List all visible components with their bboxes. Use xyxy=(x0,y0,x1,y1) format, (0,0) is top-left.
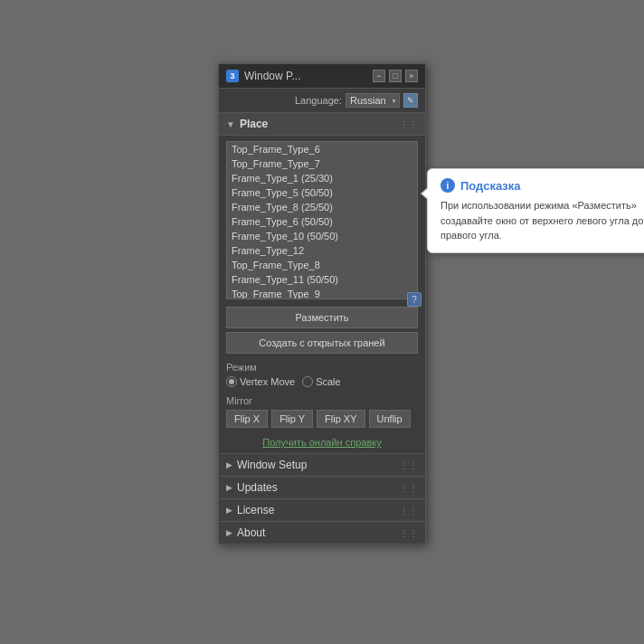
language-label: Language: xyxy=(295,95,342,106)
app-icon: 3 xyxy=(226,70,239,82)
about-arrow: ▶ xyxy=(226,528,232,537)
mirror-buttons: Flip X Flip Y Flip XY Unflip xyxy=(226,410,418,428)
window-controls: − □ × xyxy=(373,70,418,82)
list-item[interactable]: Top_Frame_Type_7 xyxy=(227,156,417,171)
list-item[interactable]: Frame_Type_6 (50/50) xyxy=(227,214,417,229)
list-item[interactable]: Frame_Type_12 xyxy=(227,243,417,258)
license-section[interactable]: ▶ License ⋮⋮ xyxy=(219,498,425,521)
list-item[interactable]: Frame_Type_1 (25/30) xyxy=(227,171,417,185)
license-dots: ⋮⋮ xyxy=(400,506,418,516)
item-list[interactable]: Top_Frame_Type_6 Top_Frame_Type_7 Frame_… xyxy=(226,141,418,299)
mode-label: Режим xyxy=(226,362,418,373)
about-title: About xyxy=(237,526,400,539)
list-item[interactable]: Top_Frame_Type_6 xyxy=(227,142,417,156)
about-dots: ⋮⋮ xyxy=(400,528,418,538)
place-dots: ⋮⋮ xyxy=(400,119,418,129)
window-setup-section[interactable]: ▶ Window Setup ⋮⋮ xyxy=(219,453,425,476)
tooltip-title: Подсказка xyxy=(460,179,521,193)
mirror-section: Mirror Flip X Flip Y Flip XY Unflip xyxy=(219,392,425,431)
help-badge[interactable]: ? xyxy=(407,292,421,307)
about-section[interactable]: ▶ About ⋮⋮ xyxy=(219,521,425,544)
place-title: Place xyxy=(240,118,400,130)
language-bar: Language: Russian English German French … xyxy=(219,89,425,112)
mirror-label: Mirror xyxy=(226,395,418,406)
radio-scale[interactable]: Scale xyxy=(302,376,341,387)
open-faces-button[interactable]: Создать с открытых граней xyxy=(226,332,418,354)
updates-dots: ⋮⋮ xyxy=(400,483,418,493)
tooltip-header: i Подсказка xyxy=(440,178,644,193)
language-select[interactable]: Russian English German French xyxy=(346,93,400,108)
radio-label-vertex-move: Vertex Move xyxy=(240,376,295,387)
language-select-wrap: Russian English German French xyxy=(346,93,400,108)
tooltip-body: При использовании режима «Разместить» со… xyxy=(440,198,644,243)
place-section-header[interactable]: ▼ Place ⋮⋮ xyxy=(219,112,425,136)
window-title: Window P... xyxy=(244,70,367,82)
window-setup-arrow: ▶ xyxy=(226,460,232,469)
mode-radio-group: Vertex Move Scale xyxy=(226,376,418,387)
updates-arrow: ▶ xyxy=(226,483,232,492)
list-item[interactable]: Top_Frame_Type_8 xyxy=(227,258,417,272)
radio-label-scale: Scale xyxy=(316,376,341,387)
window-setup-dots: ⋮⋮ xyxy=(400,460,418,470)
close-button[interactable]: × xyxy=(405,70,418,82)
tooltip-bubble: i Подсказка При использовании режима «Ра… xyxy=(427,168,644,253)
item-list-container: Top_Frame_Type_6 Top_Frame_Type_7 Frame_… xyxy=(226,141,418,299)
minimize-button[interactable]: − xyxy=(373,70,385,82)
list-item[interactable]: Frame_Type_10 (50/50) xyxy=(227,229,417,243)
radio-dot-vertex-move xyxy=(226,376,237,387)
list-item[interactable]: Frame_Type_8 (25/50) xyxy=(227,200,417,214)
flip-y-button[interactable]: Flip Y xyxy=(271,410,313,428)
unflip-button[interactable]: Unflip xyxy=(369,410,411,428)
tooltip-line1: При использовании режима «Разместить» xyxy=(440,200,637,211)
license-arrow: ▶ xyxy=(226,506,232,515)
place-button[interactable]: Разместить xyxy=(226,307,418,328)
list-item[interactable]: Frame_Type_5 (50/50) xyxy=(227,185,417,200)
list-item[interactable]: Frame_Type_11 (50/50) xyxy=(227,272,417,287)
updates-title: Updates xyxy=(237,481,400,494)
main-window: 3 Window P... − □ × Language: Russian En… xyxy=(218,63,426,545)
updates-section[interactable]: ▶ Updates ⋮⋮ xyxy=(219,476,425,498)
list-item[interactable]: Top_Frame_Type_9 xyxy=(227,287,417,299)
radio-vertex-move[interactable]: Vertex Move xyxy=(226,376,295,387)
tooltip-line2: создавайте окно от верхнего левого угла … xyxy=(440,215,644,242)
title-bar: 3 Window P... − □ × xyxy=(219,64,425,89)
place-arrow: ▼ xyxy=(226,119,235,129)
tooltip-info-icon: i xyxy=(440,178,455,193)
window-setup-title: Window Setup xyxy=(237,459,400,471)
radio-dot-scale xyxy=(302,376,313,387)
online-help-link[interactable]: Получить онлайн справку xyxy=(219,431,425,453)
flip-xy-button[interactable]: Flip XY xyxy=(317,410,365,428)
flip-x-button[interactable]: Flip X xyxy=(226,410,268,428)
maximize-button[interactable]: □ xyxy=(389,70,402,82)
edit-language-button[interactable]: ✎ xyxy=(403,93,418,108)
mode-section: Режим Vertex Move Scale xyxy=(219,357,425,392)
license-title: License xyxy=(237,504,400,516)
